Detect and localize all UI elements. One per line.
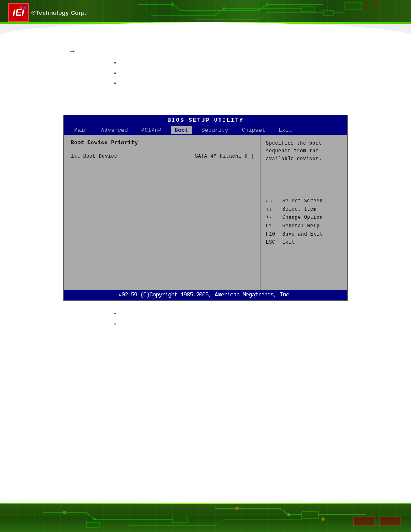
bottom-text-area [26,309,385,378]
top-bullet-list [121,59,385,87]
bios-title: BIOS SETUP UTILITY [168,117,243,124]
arrow-indicator: → [69,47,385,55]
top-text-area [26,59,385,110]
bios-right-panel: Specifies the bootsequence from theavail… [261,135,347,290]
bios-key-row-screen: ←→ Select Screen [266,197,342,205]
bios-key-f10: F10 [266,230,279,239]
bottom-bullet-2 [121,320,385,328]
svg-point-1 [266,3,268,6]
bios-key-help-section: ←→ Select Screen ↑↓ Select Item +- Chang… [266,197,342,247]
bios-body: Boot Device Priority 1st Boot Device [SA… [64,135,347,290]
main-content: → BIOS SETUP UTILITY Main Advanced PCIPn… [0,39,411,470]
bios-key-desc-f1: General Help [282,222,319,230]
bios-menu-main[interactable]: Main [71,126,91,134]
bios-section-divider [71,148,254,148]
bottom-bullet-1 [121,309,385,318]
bios-footer: v02.59 (C)Copyright 1985-2005, American … [64,290,347,300]
bios-screenshot: BIOS SETUP UTILITY Main Advanced PCIPnP … [63,115,348,301]
bios-key-desc-screen: Select Screen [282,197,323,205]
svg-point-8 [93,518,96,520]
svg-rect-14 [379,517,401,526]
bios-menu-boot[interactable]: Boot [171,126,191,134]
svg-rect-5 [323,11,334,15]
svg-rect-10 [172,516,187,522]
bios-option-row-1[interactable]: 1st Boot Device [SATA:4M-Hitachi HT] [71,152,254,160]
bios-key-desc-esc: Exit [282,239,295,247]
svg-point-9 [287,513,290,516]
bios-help-text: Specifies the bootsequence from theavail… [266,140,342,163]
logo-dot-blue [23,6,26,9]
logo-box: iEi [8,3,29,22]
bios-key-row-item: ↑↓ Select Item [266,205,342,214]
svg-point-6 [364,3,368,7]
svg-point-16 [235,507,239,510]
bottom-bullet-list [121,309,385,328]
logo-container: iEi ®Technology Corp. [8,3,87,22]
bios-menu-bar: Main Advanced PCIPnP Boot Security Chips… [64,125,347,135]
bios-key-row-option: +- Change Option [266,214,342,222]
bios-key-desc-option: Change Option [282,214,323,222]
bios-key-desc-f10: Save and Exit [282,230,323,239]
bios-footer-text: v02.59 (C)Copyright 1985-2005, American … [118,292,292,298]
bios-menu-pcipnp[interactable]: PCIPnP [138,126,165,134]
bios-key-row-f1: F1 General Help [266,222,342,230]
bios-key-f1: F1 [266,222,279,230]
logo-dots [19,6,26,9]
bios-key-row-esc: ESC Exit [266,239,342,247]
bios-key-plusminus: +- [266,214,279,222]
bios-key-arrows: ←→ [266,197,279,205]
top-bullet-3 [121,79,385,87]
bios-menu-advanced[interactable]: Advanced [97,126,131,134]
svg-point-15 [63,511,66,514]
company-name: ®Technology Corp. [31,9,87,16]
top-bullet-2 [121,69,385,78]
bios-menu-security[interactable]: Security [198,126,232,134]
svg-point-0 [171,3,174,6]
bios-key-desc-item: Select Item [282,205,316,214]
footer-area [0,493,411,532]
bios-menu-exit[interactable]: Exit [275,126,296,134]
svg-point-17 [321,517,325,521]
svg-rect-12 [86,522,99,527]
bios-key-updown: ↑↓ [266,205,279,214]
bios-key-row-f10: F10 Save and Exit [266,230,342,239]
bios-option-label-1: 1st Boot Device [71,153,117,159]
footer-green-bg [0,504,411,532]
svg-rect-3 [302,6,314,12]
svg-point-2 [223,7,225,10]
logo-dot-red [19,6,22,9]
header-bar: iEi ®Technology Corp. [0,0,411,39]
bios-section-title: Boot Device Priority [71,140,254,146]
bios-left-panel: Boot Device Priority 1st Boot Device [SA… [64,135,261,290]
svg-rect-4 [345,2,362,10]
bios-key-esc: ESC [266,239,279,247]
bios-menu-chipset[interactable]: Chipset [238,126,269,134]
bios-title-bar: BIOS SETUP UTILITY [64,115,347,125]
svg-point-7 [373,3,377,7]
top-bullet-1 [121,59,385,67]
svg-rect-11 [302,512,319,519]
header-white-area [0,22,411,39]
footer-circuit-svg [0,504,411,532]
footer-white-curve [0,493,411,504]
svg-rect-13 [353,517,375,526]
bios-option-value-1: [SATA:4M-Hitachi HT] [192,153,254,159]
